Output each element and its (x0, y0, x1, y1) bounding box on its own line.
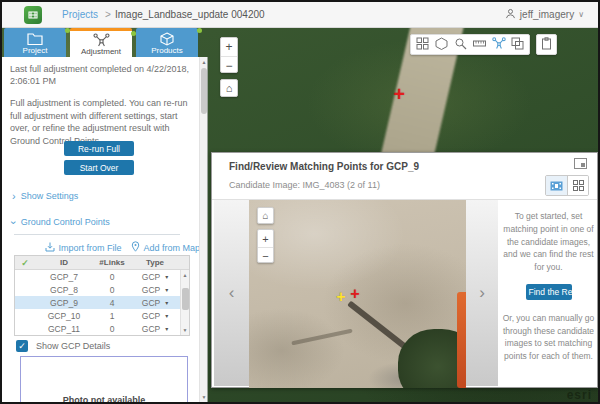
main-area: + esri + − ⌂ (2, 28, 598, 402)
breadcrumb-projects[interactable]: Projects (62, 9, 98, 20)
breadcrumb-separator: > (105, 9, 111, 20)
candidate-image-viewer[interactable]: + + ⌂ + − (249, 200, 466, 388)
caret-down-icon: ▾ (165, 325, 168, 332)
gcp-type[interactable]: GCP (142, 272, 160, 282)
scroll-down-icon[interactable]: ▼ (200, 394, 208, 400)
add-from-map-link[interactable]: Add from Map (131, 241, 200, 254)
map-pin-icon (131, 241, 140, 254)
gcp-type[interactable]: GCP (142, 298, 160, 308)
map-toolbar (410, 34, 530, 55)
gcp-id: GCP_8 (35, 285, 93, 295)
gcp-manager-tool[interactable] (489, 35, 508, 54)
add-from-map-label: Add from Map (143, 243, 200, 253)
next-image-button[interactable]: › (466, 200, 498, 386)
photo-not-available-text: Photo not available (21, 395, 187, 402)
filmstrip-view-icon (550, 177, 563, 195)
show-settings-toggle[interactable]: › Show Settings (12, 191, 78, 201)
tab-products[interactable]: Products (136, 28, 198, 57)
instructions-column: To get started, set matching point in on… (498, 200, 599, 387)
app-window: Projects > Image_Landbase_update 004200 … (0, 0, 600, 404)
image-grid-tool[interactable] (413, 35, 432, 54)
gcp-id: GCP_9 (35, 298, 93, 308)
table-scrollbar[interactable]: ▲ ▼ (180, 270, 189, 335)
chevron-right-icon: › (12, 192, 16, 201)
table-row-selected[interactable]: GCP_9 4 GCP▾ (15, 296, 189, 309)
mesh-tool[interactable] (432, 35, 451, 54)
search-icon (454, 36, 467, 54)
home-extent-button[interactable]: ⌂ (220, 79, 238, 97)
open-window-icon (574, 155, 587, 173)
previous-image-button[interactable]: ‹ (214, 200, 249, 386)
filmstrip-view-button[interactable] (546, 176, 567, 195)
caret-down-icon: ▾ (165, 273, 168, 280)
gcp-type[interactable]: GCP (142, 311, 160, 321)
image-grid-icon (416, 36, 429, 54)
scroll-up-icon[interactable]: ▲ (200, 59, 208, 65)
gcp-section-toggle[interactable]: › Ground Control Points (12, 217, 110, 227)
rerun-full-button[interactable]: Re-run Full (64, 141, 134, 156)
compare-frames-tool[interactable] (508, 35, 527, 54)
measure-tool[interactable] (470, 35, 489, 54)
view-toggle-group (545, 175, 589, 196)
adjustment-status-text: Last full adjustment completed on 4/22/2… (10, 63, 192, 87)
find-the-rest-button[interactable]: Find the Rest (526, 284, 572, 300)
home-icon: ⌂ (262, 210, 268, 221)
scrollbar-thumb[interactable] (182, 288, 189, 310)
measure-icon (473, 36, 486, 54)
table-row[interactable]: GCP_10 1 GCP▾ (15, 309, 189, 322)
matching-point-yellow-cross[interactable]: + (334, 290, 348, 304)
clipboard-tool[interactable] (536, 34, 557, 55)
show-settings-label: Show Settings (21, 191, 79, 201)
section-divider (14, 234, 180, 235)
table-row[interactable]: GCP_7 0 GCP▾ (15, 270, 189, 283)
gcp-table-header: ✓ ID #Links Type (15, 256, 189, 270)
user-icon (505, 8, 516, 21)
zoom-out-button[interactable]: − (221, 56, 237, 74)
home-icon: ⌂ (226, 82, 233, 94)
gcp-links: 0 (93, 272, 131, 282)
import-file-icon (45, 242, 55, 254)
table-row[interactable]: GCP_8 0 GCP▾ (15, 283, 189, 296)
gcp-links: 0 (93, 324, 131, 334)
gcp-id: GCP_7 (35, 272, 93, 282)
gcp-type[interactable]: GCP (142, 324, 160, 334)
grid-view-icon (573, 177, 584, 195)
scrollbar-thumb[interactable] (201, 68, 207, 114)
top-bar: Projects > Image_Landbase_update 004200 … (2, 2, 598, 28)
chevron-down-icon: ∨ (578, 10, 584, 19)
user-menu[interactable]: jeff_imagery ∨ (505, 8, 584, 21)
viewer-home-button[interactable]: ⌂ (257, 207, 274, 224)
zoom-in-button[interactable]: + (258, 230, 273, 247)
show-gcp-details-checkbox[interactable]: ✓ (16, 340, 28, 352)
tab-adjustment-label: Adjustment (70, 47, 132, 56)
column-type: Type (131, 258, 179, 267)
tab-adjustment[interactable]: Adjustment (70, 28, 132, 57)
map-zoom-control: + − (220, 37, 238, 73)
panel-scrollbar[interactable]: ▲ ▼ (199, 57, 207, 402)
scroll-down-icon[interactable]: ▼ (183, 325, 188, 335)
breadcrumb-project-name: Image_Landbase_update 004200 (115, 9, 265, 20)
zoom-in-button[interactable]: + (221, 38, 237, 56)
scroll-up-icon[interactable]: ▲ (183, 270, 188, 280)
orange-cone (457, 292, 466, 388)
adjustment-description: Full adjustment is completed. You can re… (10, 97, 193, 147)
gcp-section-title: Ground Control Points (21, 217, 110, 227)
start-over-button[interactable]: Start Over (64, 160, 134, 175)
gcp-id: GCP_11 (35, 324, 93, 334)
matching-point-red-cross[interactable]: + (348, 287, 362, 301)
viewer-zoom-control: + − (257, 229, 274, 263)
grid-view-button[interactable] (567, 176, 588, 195)
gcp-actions: Import from File Add from Map (14, 241, 200, 254)
gcp-table: ✓ ID #Links Type GCP_7 0 GCP▾ GCP_8 0 GC… (14, 255, 190, 336)
open-window-button[interactable] (573, 158, 587, 170)
gcp-links: 1 (93, 311, 131, 321)
gcp-marker-red-cross[interactable]: + (390, 86, 408, 104)
column-links: #Links (93, 258, 131, 267)
folder-icon (4, 32, 66, 45)
gcp-type[interactable]: GCP (142, 285, 160, 295)
zoom-out-button[interactable]: − (258, 247, 273, 264)
table-row[interactable]: GCP_11 0 GCP▾ (15, 322, 189, 335)
tab-project[interactable]: Project (4, 28, 66, 57)
import-from-file-link[interactable]: Import from File (45, 241, 121, 254)
search-tool[interactable] (451, 35, 470, 54)
